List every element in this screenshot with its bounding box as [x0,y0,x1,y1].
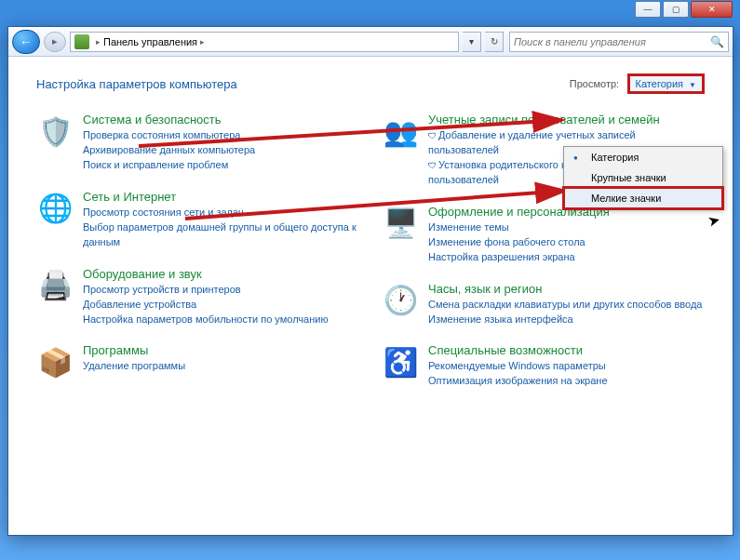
category-item: ♿Специальные возможностиРекомендуемые Wi… [382,343,705,389]
annotation-arrow-1 [139,118,576,155]
category-link[interactable]: Изменение темы [428,220,610,235]
breadcrumb-sep-icon: ▸ [200,37,205,47]
view-label: Просмотр: [570,78,619,89]
category-link[interactable]: Просмотр устройств и принтеров [83,283,329,298]
search-input[interactable] [514,36,710,47]
view-menu-large-icons[interactable]: Крупные значки [564,167,722,188]
address-dropdown-button[interactable]: ▾ [463,32,481,52]
navigation-bar: ← ▸ ▸ Панель управления ▸ ▾ ↻ 🔍 [8,27,733,57]
view-selector: Просмотр: Категория ▼ [570,73,705,94]
svg-line-1 [185,191,565,219]
category-link[interactable]: Оптимизация изображения на экране [428,374,608,389]
category-icon: 🕐 [382,282,419,319]
refresh-button[interactable]: ↻ [485,32,504,52]
control-panel-window: — ▢ ✕ ← ▸ ▸ Панель управления ▸ ▾ ↻ 🔍 На… [7,26,733,536]
category-link[interactable]: Смена раскладки клавиатуры или других сп… [428,298,702,313]
forward-button[interactable]: ▸ [44,32,66,52]
category-title[interactable]: Оборудование и звук [83,267,329,281]
category-link[interactable]: Настройка параметров мобильности по умол… [83,313,329,327]
category-link[interactable]: Добавление устройства [83,298,329,313]
page-title: Настройка параметров компьютера [36,77,237,91]
annotation-arrow-2 [185,167,576,222]
search-icon: 🔍 [710,35,724,48]
control-panel-icon [74,34,89,49]
search-box[interactable]: 🔍 [509,32,729,52]
window-title-buttons: — ▢ ✕ [635,1,733,27]
category-link[interactable]: Выбор параметров домашней группы и общег… [83,220,359,250]
chevron-down-icon: ▼ [689,81,696,89]
breadcrumb-sep-icon: ▸ [96,37,101,47]
category-link[interactable]: Изменение фона рабочего стола [428,235,610,250]
view-dropdown[interactable]: Категория ▼ [627,73,705,94]
category-icon: 🖨️ [36,267,74,304]
breadcrumb-root[interactable]: Панель управления [103,36,197,47]
category-title[interactable]: Специальные возможности [428,343,608,357]
category-item: 📦ПрограммыУдаление программы [36,343,359,380]
category-icon: 🛡️ [36,113,74,150]
svg-line-0 [139,120,562,146]
category-link[interactable]: Рекомендуемые Windows параметры [428,359,608,374]
back-button[interactable]: ← [12,30,40,54]
view-menu-popup: Категория Крупные значки Мелкие значки [563,146,723,209]
minimize-button[interactable]: — [635,1,661,18]
category-item: 🕐Часы, язык и регионСмена раскладки клав… [382,282,705,327]
view-menu-small-icons[interactable]: Мелкие значки [562,186,724,210]
category-icon: 🌐 [36,190,74,227]
category-link[interactable]: Настройка разрешения экрана [428,250,610,265]
view-menu-category[interactable]: Категория [564,147,722,167]
category-link[interactable]: Изменение языка интерфейса [428,313,702,327]
close-button[interactable]: ✕ [691,1,733,18]
category-title[interactable]: Программы [83,343,185,357]
view-dropdown-value: Категория [636,78,683,89]
category-title[interactable]: Часы, язык и регион [428,282,702,296]
category-item: 🖨️Оборудование и звукПросмотр устройств … [36,267,359,327]
categories-left-column: 🛡️Система и безопасностьПроверка состоян… [36,113,359,406]
category-icon: ♿ [382,343,419,380]
address-bar[interactable]: ▸ Панель управления ▸ [70,32,459,52]
maximize-button[interactable]: ▢ [663,1,689,18]
category-icon: 📦 [36,343,74,380]
category-link[interactable]: Удаление программы [83,359,185,374]
